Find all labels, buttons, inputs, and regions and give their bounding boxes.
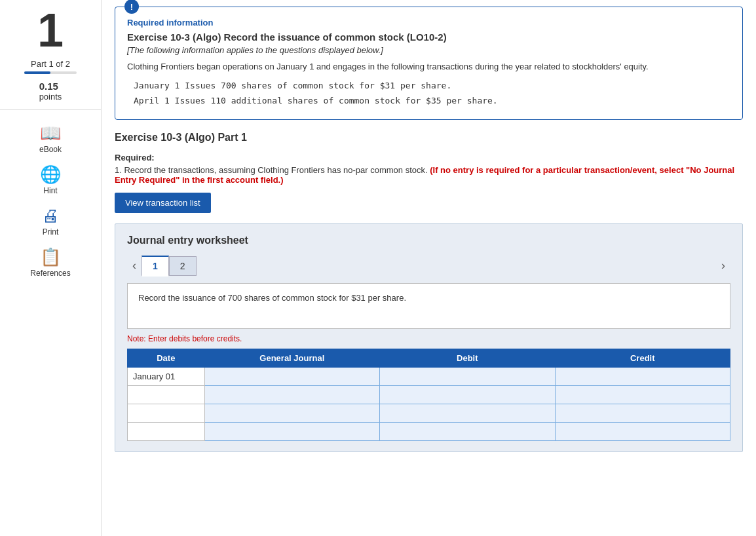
table-row: January 01 [128, 367, 730, 385]
date-cell-3 [128, 404, 205, 422]
print-icon: 🖨 [42, 206, 59, 226]
points-label: points [39, 92, 62, 102]
date-cell-2 [128, 385, 205, 404]
required-label: Required: [115, 153, 743, 163]
credit-field-2[interactable] [561, 390, 725, 400]
tab-1-button[interactable]: 1 [142, 256, 169, 277]
table-row [128, 404, 730, 422]
tab-prev-button[interactable]: ‹ [127, 258, 142, 274]
worksheet-title: Journal entry worksheet [127, 235, 730, 246]
debit-input-2[interactable] [380, 385, 555, 404]
info-icon: ! [124, 0, 139, 14]
journal-field-3[interactable] [210, 408, 374, 418]
col-date: Date [128, 349, 205, 367]
points-value: 0.15 [39, 81, 58, 92]
progress-fill [24, 71, 50, 74]
progress-bar [24, 71, 77, 74]
debit-field-3[interactable] [385, 408, 549, 418]
journal-input-1[interactable] [204, 367, 379, 385]
hint-icon: 🌐 [40, 164, 61, 185]
print-label: Print [43, 227, 59, 237]
exercise-info-body: Clothing Frontiers began operations on J… [127, 62, 730, 71]
journal-input-2[interactable] [204, 385, 379, 404]
exercise-part-title: Exercise 10-3 (Algo) Part 1 [115, 132, 743, 144]
note-text: Note: Enter debits before credits. [127, 334, 730, 343]
part-indicator: Part 1 of 2 [31, 59, 70, 69]
journal-input-3[interactable] [204, 404, 379, 422]
credit-input-3[interactable] [555, 404, 730, 422]
tab-2-button[interactable]: 2 [169, 256, 197, 276]
entry-description-box: Record the issuance of 700 shares of com… [127, 283, 730, 329]
ebook-label: eBook [39, 145, 62, 154]
sidebar-item-hint[interactable]: 🌐 Hint [0, 159, 101, 201]
sidebar-divider [0, 109, 101, 110]
debit-field-2[interactable] [385, 390, 549, 400]
hint-label: Hint [43, 186, 57, 195]
view-transaction-list-button[interactable]: View transaction list [115, 193, 211, 213]
credit-input-2[interactable] [555, 385, 730, 404]
credit-field-3[interactable] [561, 408, 725, 418]
debit-field-1[interactable] [385, 372, 549, 381]
sidebar-item-references[interactable]: 📋 References [0, 242, 101, 283]
sidebar-item-ebook[interactable]: 📖 eBook [0, 118, 101, 159]
table-row [128, 422, 730, 440]
exercise-info-title: Exercise 10-3 (Algo) Record the issuance… [127, 31, 730, 43]
col-credit: Credit [555, 349, 730, 367]
table-header-row: Date General Journal Debit Credit [128, 349, 730, 367]
debit-input-3[interactable] [380, 404, 555, 422]
part-label: Part 1 [31, 59, 54, 69]
debit-field-4[interactable] [385, 427, 549, 436]
references-label: References [30, 269, 70, 278]
part-of: of 2 [56, 59, 70, 69]
credit-input-1[interactable] [555, 367, 730, 385]
credit-input-4[interactable] [555, 422, 730, 440]
worksheet-box: Journal entry worksheet ‹ 1 2 › Record t… [115, 223, 743, 452]
exercise-info-subtitle: [The following information applies to th… [127, 45, 730, 55]
sidebar-item-print[interactable]: 🖨 Print [0, 201, 101, 242]
journal-input-4[interactable] [204, 422, 379, 440]
date-cell-4 [128, 422, 205, 440]
transaction-list: January 1 Issues 700 shares of common st… [134, 78, 730, 109]
info-box: ! Required information Exercise 10-3 (Al… [115, 7, 743, 120]
points-display: 0.15 points [39, 81, 62, 102]
ebook-icon: 📖 [40, 123, 61, 144]
tab-next-button[interactable]: › [716, 258, 730, 274]
question-number: 1 [37, 7, 64, 54]
required-text: 1. Record the transactions, assuming Clo… [115, 165, 743, 185]
references-icon: 📋 [40, 247, 61, 267]
journal-field-2[interactable] [210, 390, 374, 400]
col-debit: Debit [380, 349, 555, 367]
debit-input-4[interactable] [380, 422, 555, 440]
date-cell-1: January 01 [128, 367, 205, 385]
transaction-row-2: April 1 Issues 110 additional shares of … [134, 93, 730, 108]
credit-field-4[interactable] [561, 427, 725, 436]
credit-field-1[interactable] [561, 372, 725, 381]
journal-table: Date General Journal Debit Credit Januar… [127, 349, 730, 441]
sidebar: 1 Part 1 of 2 0.15 points 📖 eBook 🌐 Hint… [0, 0, 102, 536]
tab-navigation: ‹ 1 2 › [127, 256, 730, 277]
journal-field-4[interactable] [210, 427, 374, 436]
col-general-journal: General Journal [204, 349, 379, 367]
required-info-label: Required information [127, 18, 730, 28]
entry-description-text: Record the issuance of 700 shares of com… [138, 293, 406, 303]
debit-input-1[interactable] [380, 367, 555, 385]
main-content: ! Required information Exercise 10-3 (Al… [102, 0, 756, 536]
table-row [128, 385, 730, 404]
journal-field-1[interactable] [210, 372, 374, 381]
transaction-row-1: January 1 Issues 700 shares of common st… [134, 78, 730, 93]
